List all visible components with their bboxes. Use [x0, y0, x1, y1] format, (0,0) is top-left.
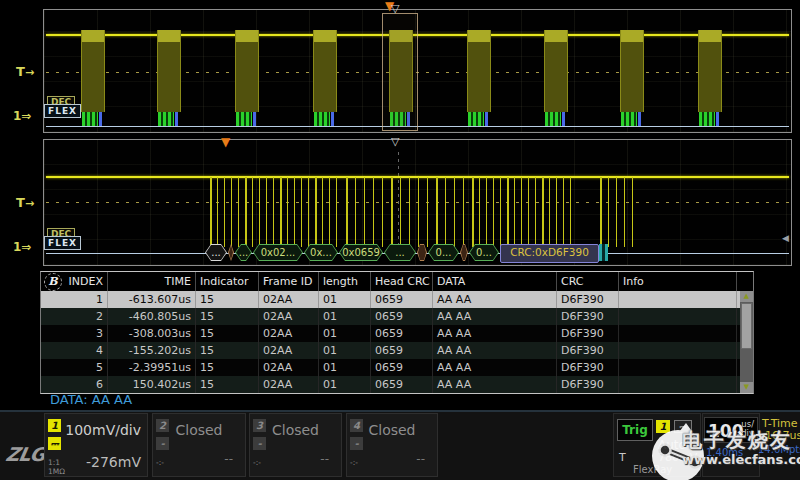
center-cursor-line	[398, 148, 399, 246]
signal-pulse	[336, 177, 337, 247]
signal-pulse	[463, 177, 464, 247]
trigger-coupling-badge[interactable]: ⎓	[674, 420, 692, 433]
signal-pulse	[210, 177, 212, 247]
table-cell: -460.805us	[108, 308, 196, 325]
table-cell: 01	[319, 376, 371, 393]
table-cell: 3	[41, 325, 108, 342]
channel-2-panel[interactable]: 2-Closed---:-	[152, 413, 246, 477]
t-time-value: 16.7us	[765, 429, 800, 442]
scrollbar-thumb[interactable]	[741, 303, 752, 349]
decode-table[interactable]: B INDEXTIMEIndicatorFrame IDlengthHead C…	[40, 271, 754, 394]
table-cell: AA AA	[433, 291, 557, 308]
decode-block-green	[314, 112, 330, 127]
table-cell	[619, 308, 737, 325]
coupling-badge[interactable]: -	[350, 437, 363, 450]
signal-burst	[467, 30, 491, 112]
bus-segment-data: 0x02...	[253, 244, 303, 261]
table-cell: 15	[196, 291, 259, 308]
trigger-level-label[interactable]: T→	[16, 195, 34, 210]
signal-pulse	[563, 177, 564, 247]
coupling-badge[interactable]: ⎓	[48, 437, 61, 450]
trigger-letter: T	[16, 64, 25, 79]
bus-segment-text: 0...	[429, 245, 458, 260]
signal-pulse	[616, 177, 617, 247]
flex-decode-label[interactable]: FLEX	[44, 236, 81, 250]
table-cell: 01	[319, 359, 371, 376]
signal-pulse	[507, 177, 509, 247]
coupling-badge[interactable]: -	[253, 437, 266, 450]
table-cell: D6F390	[557, 342, 619, 359]
table-cell: 2	[41, 308, 108, 325]
bus-icon[interactable]: B	[44, 273, 62, 291]
coupling-badge[interactable]: -	[156, 437, 169, 450]
timebase-panel[interactable]: 100 us/ div 1.40ms	[702, 413, 760, 477]
trigger-panel[interactable]: Trig 1 ⎓ Auto T 780mV FlexRay	[613, 413, 701, 477]
decode-block-green	[82, 112, 98, 127]
signal-pulse	[224, 177, 225, 247]
table-cell: AA AA	[433, 342, 557, 359]
table-cell: -613.607us	[108, 291, 196, 308]
table-row[interactable]: 2-460.805us1502AA010659AA AAD6F390	[41, 308, 753, 325]
table-cell: D6F390	[557, 325, 619, 342]
scroll-up-icon: ▲	[744, 292, 749, 300]
table-row[interactable]: 1-613.607us1502AA010659AA AAD6F390	[41, 291, 753, 308]
signal-pulse	[556, 177, 557, 247]
table-row[interactable]: 5-2.39951us1502AA010659AA AAD6F390	[41, 359, 753, 376]
signal-pulse	[472, 177, 474, 247]
table-cell: AA AA	[433, 359, 557, 376]
trigger-level-label[interactable]: T→	[16, 64, 34, 79]
signal-pulse	[521, 177, 522, 247]
table-cell: AA AA	[433, 376, 557, 393]
channel-1-panel[interactable]: 1⎓100mV/div-276mV1:1 1MΩ	[44, 413, 148, 477]
table-cell: 5	[41, 359, 108, 376]
scroll-up-button[interactable]: ▲	[740, 291, 753, 302]
signal-pulse	[266, 177, 267, 247]
table-row[interactable]: 4-155.202us1502AA010659AA AAD6F390	[41, 342, 753, 359]
table-row[interactable]: 6150.402us1502AA010659AA AAD6F390	[41, 376, 753, 393]
trigger-position-marker-icon[interactable]: ▼	[221, 136, 230, 148]
decode-block-green	[545, 112, 561, 127]
signal-pulse	[238, 177, 239, 247]
channel-3-panel[interactable]: 3-Closed---:-	[249, 413, 342, 477]
channel-1-badge[interactable]: 1	[48, 419, 61, 432]
signal-pulse	[294, 177, 295, 247]
zoom-selection-box[interactable]	[382, 13, 418, 131]
signal-pulse	[600, 177, 602, 247]
signal-pulse	[245, 177, 247, 247]
table-cell: 01	[319, 342, 371, 359]
trig-button[interactable]: Trig	[617, 419, 653, 441]
waveform-window-main[interactable]: ▼ ▽	[43, 9, 792, 133]
bus-segment-tick	[460, 244, 468, 261]
decode-block-green	[158, 112, 174, 127]
signal-burst	[620, 30, 644, 112]
decode-block-blue	[638, 112, 641, 127]
arrow-right-icon: →	[25, 197, 34, 210]
decode-block-blue	[175, 112, 178, 127]
table-row[interactable]: 3-308.003us1502AA010659AA AAD6F390	[41, 325, 753, 342]
signal-pulse	[322, 177, 323, 247]
bus-segment-crc: CRC:0xD6F390	[500, 244, 599, 263]
table-header-cell: TIME	[108, 272, 196, 291]
flex-decode-label[interactable]: FLEX	[44, 104, 81, 118]
table-cell: 0659	[371, 291, 433, 308]
signal-pulse	[542, 177, 544, 247]
bus-segment-data: 0...	[469, 244, 499, 261]
table-cell: 0659	[371, 359, 433, 376]
scroll-down-button[interactable]: ▼	[740, 382, 753, 393]
channel-4-panel[interactable]: 4-Closed---:-	[346, 413, 438, 477]
signal-burst	[81, 30, 105, 112]
signal-burst	[544, 30, 568, 112]
signal-pulse	[315, 177, 317, 247]
trigger-letter: T	[16, 195, 25, 210]
signal-pulse	[535, 177, 536, 247]
signal-pulse	[486, 177, 487, 247]
channel-1-position-label[interactable]: 1⇒	[13, 109, 31, 123]
timebase-scale-box[interactable]: 100 us/ div	[704, 417, 758, 443]
signal-pulse	[280, 177, 282, 247]
channel-offset-value: -276mV	[86, 454, 141, 470]
table-scrollbar[interactable]: ▲ ▼	[740, 291, 753, 393]
decode-block-blue	[99, 112, 102, 127]
trigger-source-badge[interactable]: 1	[656, 420, 670, 433]
channel-1-position-label[interactable]: 1⇒	[13, 240, 31, 254]
waveform-window-zoom[interactable]: ......0x02...0x...0x0659...0...0...CRC:0…	[43, 139, 792, 266]
